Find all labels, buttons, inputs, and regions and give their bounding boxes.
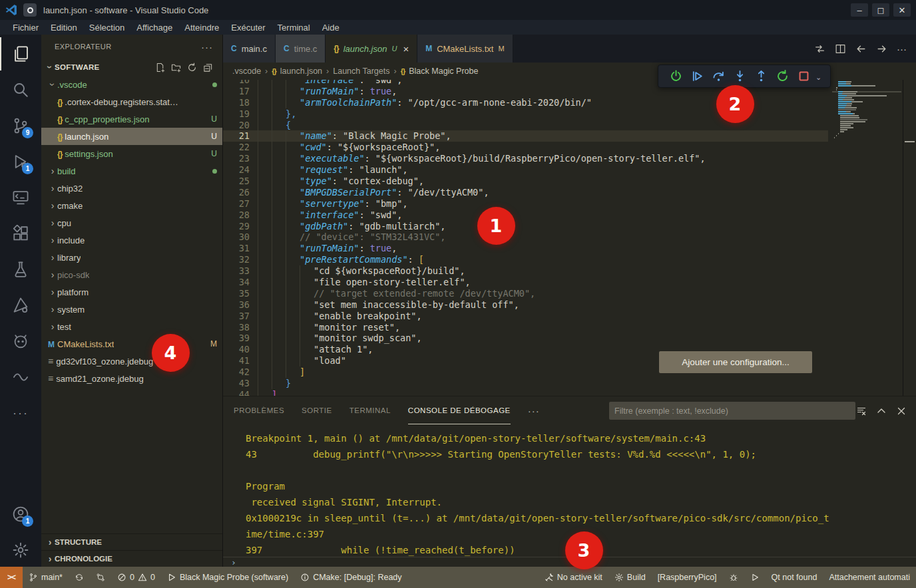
menu-item-affichage[interactable]: Affichage — [130, 23, 178, 33]
code-line[interactable]: 32"preRestartCommands": [ — [223, 254, 828, 265]
tree-item-settings-json[interactable]: {}settings.jsonU — [41, 145, 222, 162]
tree-item-cpu[interactable]: ›cpu — [41, 214, 222, 231]
code-line[interactable]: 34"file open-story-teller.elf", — [223, 277, 828, 288]
menu-item-fichier[interactable]: Fichier — [7, 23, 45, 33]
line-number[interactable]: 26 — [223, 187, 250, 198]
line-number[interactable]: 27 — [223, 198, 250, 210]
new-folder-icon[interactable] — [171, 63, 181, 73]
menu-item-atteindre[interactable]: Atteindre — [178, 23, 225, 33]
debug-console-filter-input[interactable]: Filtre (exemple : text, !exclude) — [609, 402, 855, 420]
status-cmake-status[interactable]: CMake: [Debug]: Ready — [294, 573, 407, 582]
line-number[interactable]: 42 — [223, 367, 250, 378]
panel-more-icon[interactable]: ··· — [528, 405, 540, 416]
menu-item-edition[interactable]: Edition — [45, 23, 83, 33]
panel-tab-sortie[interactable]: SORTIE — [302, 396, 332, 424]
code-line[interactable]: 33"cd ${workspaceRoot}/build", — [223, 265, 828, 277]
code-editor[interactable]: 16"interface": "swd",17"runToMain": true… — [223, 80, 916, 396]
tree-item-c-cpp-properties-json[interactable]: {}c_cpp_properties.jsonU — [41, 110, 222, 128]
line-number[interactable]: 36 — [223, 299, 250, 311]
tab-main-c[interactable]: Cmain.c — [223, 35, 276, 63]
clear-console-icon[interactable] — [856, 406, 867, 416]
tree-item-launch-json[interactable]: {}launch.jsonU — [41, 128, 222, 145]
tree-item--vscode[interactable]: ›.vscode — [41, 76, 222, 93]
line-number[interactable]: 40 — [223, 344, 250, 355]
close-button[interactable]: ✕ — [893, 3, 911, 17]
code-line[interactable]: 21"name": "Black Magic Probe", — [223, 130, 828, 142]
code-line[interactable]: 25"type": "cortex-debug", — [223, 176, 828, 187]
tree-item-chip32[interactable]: ›chip32 — [41, 180, 222, 197]
status-debug-target[interactable]: Black Magic Probe (software) — [161, 573, 294, 582]
status-problems[interactable]: 00 — [111, 573, 161, 582]
split-editor-icon[interactable] — [835, 43, 846, 55]
section-chronologie[interactable]: ›CHRONOLOGIE — [41, 550, 222, 567]
tree-item-system[interactable]: ›system — [41, 301, 222, 318]
restart-button[interactable] — [773, 67, 792, 86]
tree-item-cmake[interactable]: ›cmake — [41, 197, 222, 214]
line-number[interactable]: 31 — [223, 243, 250, 254]
line-number[interactable]: 41 — [223, 355, 250, 367]
more-icon[interactable]: ··· — [897, 43, 907, 55]
close-icon[interactable]: × — [403, 43, 409, 55]
tab-launch-json[interactable]: {}launch.jsonU× — [326, 35, 417, 63]
activity-run-and-debug[interactable]: 1 — [0, 145, 41, 178]
activity-accounts[interactable]: 1 — [0, 498, 41, 531]
status-active-kit[interactable]: No active kit — [539, 573, 608, 582]
status-build-target[interactable]: [RaspberryPico] — [652, 573, 723, 582]
line-number[interactable]: 30 — [223, 231, 250, 243]
line-number[interactable]: 25 — [223, 176, 250, 187]
code-line[interactable]: 43} — [223, 378, 828, 389]
code-line[interactable]: 29"gdbPath": "gdb-multiarch", — [223, 221, 828, 232]
menu-item-sélection[interactable]: Sélection — [83, 23, 130, 33]
code-line[interactable]: 39"monitor swdp_scan", — [223, 333, 828, 344]
nav-forward-icon[interactable] — [876, 43, 887, 55]
line-number[interactable]: 37 — [223, 311, 250, 322]
maximize-button[interactable]: ◻ — [872, 3, 889, 17]
nav-back-icon[interactable] — [855, 43, 867, 55]
tab-time-c[interactable]: Ctime.c — [276, 35, 326, 63]
line-number[interactable]: 35 — [223, 288, 250, 299]
line-number[interactable]: 16 — [223, 80, 250, 86]
code-line[interactable]: 27"servertype": "bmp", — [223, 198, 828, 210]
activity-source-control[interactable]: 9 — [0, 109, 41, 142]
workspace-section-header[interactable]: › SOFTWARE — [41, 59, 222, 76]
line-number[interactable]: 32 — [223, 254, 250, 265]
line-number[interactable]: 24 — [223, 164, 250, 176]
code-line[interactable]: 38"monitor reset", — [223, 322, 828, 333]
code-line[interactable]: 37"enable breakpoint", — [223, 311, 828, 322]
line-number[interactable]: 39 — [223, 333, 250, 344]
sidebar-more-icon[interactable]: ··· — [201, 41, 213, 53]
open-changes-icon[interactable] — [814, 43, 825, 55]
code-line[interactable]: 28"interface": "swd", — [223, 210, 828, 221]
line-number[interactable]: 44 — [223, 389, 250, 396]
status-git-compare[interactable] — [90, 573, 111, 582]
code-line[interactable]: 35// "target extended-remote /dev/ttyACM… — [223, 288, 828, 299]
tree-item-library[interactable]: ›library — [41, 249, 222, 266]
menu-item-terminal[interactable]: Terminal — [272, 23, 316, 33]
activity-extensions[interactable] — [0, 217, 41, 250]
line-number[interactable]: 21 — [223, 130, 250, 142]
tree-item-cmakelists-txt[interactable]: MCMakeLists.txtM — [41, 335, 222, 353]
tab-cmakelists-txt[interactable]: MCMakeLists.txtM — [417, 35, 513, 63]
activity-remote-explorer[interactable] — [0, 181, 41, 214]
menu-item-exécuter[interactable]: Exécuter — [225, 23, 271, 33]
code-line[interactable]: 24"request": "launch", — [223, 164, 828, 176]
code-line[interactable]: 36"set mem inaccessible-by-default off", — [223, 299, 828, 311]
breadcrumb-item[interactable]: .vscode — [232, 67, 261, 76]
status-auto-attach[interactable]: Attachement automati — [823, 573, 916, 582]
scrollbar[interactable] — [903, 80, 916, 396]
tree-item-pico-sdk[interactable]: ›pico-sdk — [41, 266, 222, 283]
breadcrumb-item[interactable]: Black Magic Probe — [409, 67, 478, 76]
minimap[interactable] — [832, 81, 901, 139]
status-launch[interactable] — [744, 573, 766, 582]
code-line[interactable]: 26"BMPGDBSerialPort": "/dev/ttyACM0", — [223, 187, 828, 198]
activity-cmake-tools[interactable] — [0, 289, 41, 322]
code-line[interactable]: 31"runToMain": true, — [223, 243, 828, 254]
section-structure[interactable]: ›STRUCTURE — [41, 533, 222, 550]
line-number[interactable]: 38 — [223, 322, 250, 333]
tree-item-gd32vf103-ozone-jdebug[interactable]: ≡gd32vf103_ozone.jdebug — [41, 353, 222, 370]
line-number[interactable]: 20 — [223, 120, 250, 131]
line-number[interactable]: 29 — [223, 221, 250, 232]
panel-tab-console-de-d-bogage[interactable]: CONSOLE DE DÉBOGAGE — [408, 396, 511, 424]
new-file-icon[interactable] — [155, 63, 165, 73]
maximize-panel-icon[interactable] — [876, 406, 887, 416]
